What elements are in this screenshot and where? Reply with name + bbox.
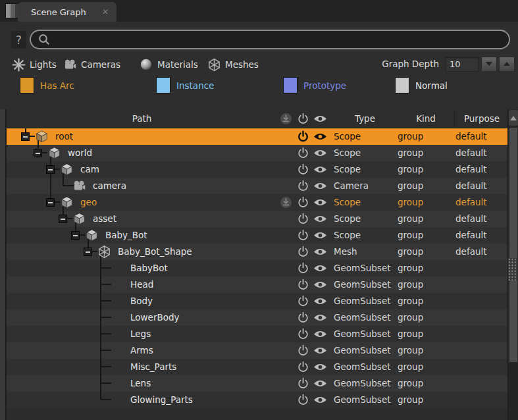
load-state-icon[interactable]: [277, 392, 294, 408]
node-label[interactable]: Arms: [130, 342, 153, 359]
tree-row-Lens[interactable]: LensGeomSubsetgroup: [7, 375, 507, 392]
power-toggle-icon[interactable]: [294, 293, 311, 309]
tree-row-root[interactable]: rootScopegroupdefault: [7, 128, 507, 145]
load-state-icon[interactable]: [277, 309, 294, 326]
help-button[interactable]: ?: [11, 31, 26, 49]
tree-row-BabyBot[interactable]: BabyBotGeomSubsetgroup: [7, 260, 507, 276]
tree-row-geo[interactable]: geoScopegroupdefault: [7, 194, 507, 211]
load-state-icon[interactable]: [277, 227, 294, 244]
tree-row-Body[interactable]: BodyGeomSubsetgroup: [7, 293, 507, 309]
load-state-icon[interactable]: [277, 244, 294, 260]
expander-toggle[interactable]: [46, 165, 55, 174]
column-header-purpose[interactable]: Purpose: [455, 111, 507, 127]
node-label[interactable]: Legs: [130, 326, 151, 342]
load-state-icon[interactable]: [277, 260, 294, 276]
power-toggle-icon[interactable]: [294, 326, 311, 342]
column-header-path[interactable]: Path: [7, 113, 277, 124]
power-toggle-icon[interactable]: [294, 276, 311, 293]
tree-row-Baby_Bot[interactable]: Baby_BotScopegroupdefault: [7, 227, 507, 244]
visibility-eye-icon[interactable]: [311, 342, 328, 359]
node-label[interactable]: root: [55, 128, 73, 145]
load-state-icon[interactable]: [277, 194, 294, 211]
load-state-icon[interactable]: [277, 178, 294, 194]
visibility-eye-icon[interactable]: [311, 227, 328, 244]
tree-row-camera[interactable]: cameraCameragroupdefault: [7, 178, 507, 194]
tree-row-world[interactable]: worldScopegroupdefault: [7, 145, 507, 161]
visibility-eye-icon[interactable]: [311, 276, 328, 293]
tree-row-Head[interactable]: HeadGeomSubsetgroup: [7, 276, 507, 293]
graph-depth-increment-button[interactable]: [499, 57, 515, 72]
power-toggle-icon[interactable]: [294, 392, 311, 408]
visibility-eye-icon[interactable]: [311, 309, 328, 326]
filter-meshes[interactable]: Meshes: [207, 55, 259, 74]
power-toggle-icon[interactable]: [294, 227, 311, 244]
node-label[interactable]: Baby_Bot: [105, 227, 147, 244]
visibility-eye-icon[interactable]: [311, 161, 328, 178]
expander-toggle[interactable]: [71, 231, 80, 240]
power-column-icon[interactable]: [294, 111, 311, 127]
visibility-eye-icon[interactable]: [311, 178, 328, 194]
power-toggle-icon[interactable]: [294, 211, 311, 227]
tree-row-Baby_Bot_Shape[interactable]: Baby_Bot_ShapeMeshgroupdefault: [7, 244, 507, 260]
power-toggle-icon[interactable]: [294, 128, 311, 145]
search-bar[interactable]: [30, 30, 510, 49]
visibility-eye-icon[interactable]: [311, 375, 328, 392]
visibility-eye-icon[interactable]: [311, 359, 328, 375]
visibility-eye-icon[interactable]: [311, 326, 328, 342]
visibility-eye-icon[interactable]: [311, 260, 328, 276]
load-state-icon[interactable]: [277, 375, 294, 392]
node-label[interactable]: Head: [130, 276, 153, 293]
power-toggle-icon[interactable]: [294, 375, 311, 392]
power-toggle-icon[interactable]: [294, 145, 311, 161]
filter-materials[interactable]: Materials: [140, 55, 198, 74]
node-label[interactable]: Body: [130, 293, 153, 309]
resize-grip[interactable]: [508, 258, 517, 280]
load-state-icon[interactable]: [277, 145, 294, 161]
power-toggle-icon[interactable]: [294, 359, 311, 375]
visibility-eye-icon[interactable]: [311, 293, 328, 309]
filter-cameras[interactable]: Cameras: [63, 55, 120, 74]
eye-column-icon[interactable]: [311, 111, 328, 127]
visibility-eye-icon[interactable]: [311, 244, 328, 260]
expander-toggle[interactable]: [84, 248, 92, 256]
visibility-eye-icon[interactable]: [311, 128, 328, 145]
tree-row-cam[interactable]: camScopegroupdefault: [7, 161, 507, 178]
filter-lights[interactable]: Lights: [12, 55, 57, 74]
load-column-icon[interactable]: [277, 111, 294, 127]
tree-row-Misc_Parts[interactable]: Misc_PartsGeomSubsetgroup: [7, 359, 507, 375]
power-toggle-icon[interactable]: [294, 194, 311, 211]
power-toggle-icon[interactable]: [294, 260, 311, 276]
tab-scene-graph[interactable]: Scene Graph ✕: [18, 2, 117, 22]
tree-row-Glowing_Parts[interactable]: Glowing_PartsGeomSubsetgroup: [7, 392, 507, 408]
expander-toggle[interactable]: [21, 132, 30, 141]
expander-toggle[interactable]: [46, 198, 55, 207]
node-label[interactable]: LowerBody: [130, 309, 180, 326]
load-state-icon[interactable]: [277, 128, 294, 145]
node-label[interactable]: cam: [80, 161, 99, 178]
node-label[interactable]: asset: [93, 211, 117, 227]
column-header-kind[interactable]: Kind: [396, 111, 454, 127]
load-state-icon[interactable]: [277, 161, 294, 178]
node-label[interactable]: Glowing_Parts: [130, 392, 193, 408]
power-toggle-icon[interactable]: [294, 178, 311, 194]
visibility-eye-icon[interactable]: [311, 211, 328, 227]
column-header-type[interactable]: Type: [332, 111, 396, 127]
load-state-icon[interactable]: [277, 276, 294, 293]
tree-row-asset[interactable]: assetScopegroupdefault: [7, 211, 507, 227]
tree-row-Legs[interactable]: LegsGeomSubsetgroup: [7, 326, 507, 342]
scrollbar-thumb[interactable]: [509, 127, 518, 363]
load-state-icon[interactable]: [277, 359, 294, 375]
node-label[interactable]: camera: [93, 178, 126, 194]
load-state-icon[interactable]: [277, 326, 294, 342]
tree-row-Arms[interactable]: ArmsGeomSubsetgroup: [7, 342, 507, 359]
expander-toggle[interactable]: [59, 215, 67, 223]
power-toggle-icon[interactable]: [294, 244, 311, 260]
node-label[interactable]: world: [68, 145, 92, 161]
visibility-eye-icon[interactable]: [311, 392, 328, 408]
scrollbar-up-button[interactable]: [509, 110, 518, 126]
node-label[interactable]: geo: [80, 194, 97, 211]
search-input[interactable]: [55, 34, 502, 45]
power-toggle-icon[interactable]: [294, 309, 311, 326]
visibility-eye-icon[interactable]: [311, 145, 328, 161]
node-label[interactable]: Misc_Parts: [130, 359, 176, 375]
